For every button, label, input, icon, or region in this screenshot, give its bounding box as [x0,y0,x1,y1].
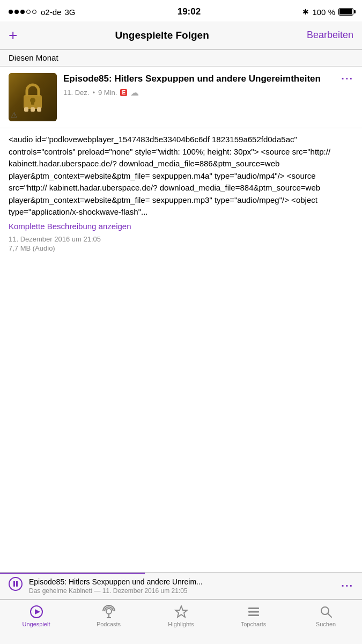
episode-duration: 9 Min. [98,89,117,97]
svg-marker-11 [175,606,187,617]
svg-marker-7 [35,609,40,614]
section-header: Diesen Monat [0,49,362,67]
signal-dot-1 [9,10,13,14]
star-icon [174,605,188,619]
episode-info: Episode85: Hitlers Sexpuppen und andere … [63,73,353,98]
episode-meta: 11. Dez. • 9 Min. E ☁ [63,87,353,98]
episode-file-size: 7,7 MB (Audio) [9,244,353,252]
now-playing-subtitle: Das geheime Kabinett — 11. Dezember 2016… [29,587,335,595]
signal-dot-2 [14,10,19,14]
highlights-icon [174,604,189,619]
status-time: 19:02 [178,6,201,17]
thumb-inner: ⚠ [9,73,57,121]
tab-ungespielt-label: Ungespielt [23,621,50,627]
page-content: Diesen Monat [0,49,362,330]
episode-footer: 11. Dezember 2016 um 21:05 7,7 MB (Audio… [0,231,362,254]
svg-rect-4 [13,581,15,587]
battery-fill [339,9,352,14]
status-right: ✱ 100 % [302,8,353,17]
tab-bar: Ungespielt Podcasts Highlights [0,599,362,644]
tab-podcasts-label: Podcasts [97,621,121,627]
play-circle-icon [29,605,43,619]
episode-top: ⚠ Episode85: Hitlers Sexpuppen und ander… [9,73,353,121]
episode-title: Episode85: Hitlers Sexpuppen und andere … [63,73,337,84]
tab-topcharts-label: Topcharts [241,621,267,627]
carrier-label: o2-de [41,8,61,17]
list-icon: 1 2 3 [247,605,261,619]
tab-podcasts[interactable]: Podcasts [72,604,145,627]
battery-percent: 100 % [312,8,335,17]
episode-date: 11. Dez. [63,89,89,97]
svg-point-3 [9,577,22,590]
section-header-label: Diesen Monat [9,53,58,62]
thumb-dot-2 [31,107,35,112]
thumb-dot-3 [37,107,41,112]
nav-title: Ungespielte Folgen [115,30,209,41]
episode-thumbnail[interactable]: ⚠ [9,73,57,121]
tab-suchen[interactable]: Suchen [290,604,362,627]
thumb-dots [24,107,41,112]
now-playing-bar[interactable]: Episode85: Hitlers Sexpuppen und andere … [0,572,362,599]
tab-highlights-label: Highlights [168,621,194,627]
now-playing-info: Episode85: Hitlers Sexpuppen und andere … [29,577,335,595]
svg-rect-5 [16,581,18,587]
edit-button[interactable]: Bearbeiten [307,30,353,41]
signal-dot-4 [26,10,31,14]
svg-line-19 [328,613,331,617]
network-type-label: 3G [64,8,75,17]
tab-ungespielt[interactable]: Ungespielt [0,604,72,627]
battery-icon [338,8,353,16]
tab-highlights[interactable]: Highlights [145,604,217,627]
warning-icon: ⚠ [11,111,18,119]
episode-title-row: Episode85: Hitlers Sexpuppen und andere … [63,73,353,84]
podcasts-icon [101,604,116,619]
now-playing-more-button[interactable]: ··· [341,580,353,592]
pause-icon [9,577,23,591]
episode-more-button[interactable]: ··· [341,73,353,84]
episode-card: ⚠ Episode85: Hitlers Sexpuppen und ander… [0,67,362,128]
signal-dot-5 [32,10,36,14]
svg-point-8 [106,609,112,614]
cloud-icon: ☁ [130,87,139,98]
podcast-icon [102,605,116,619]
episode-description: <audio id="podlovewebplayer_1547483d5e33… [0,128,362,218]
bluetooth-icon: ✱ [302,8,309,16]
status-left: o2-de 3G [9,8,75,17]
explicit-badge: E [120,89,127,96]
signal-dot-3 [20,10,25,14]
add-button[interactable]: + [9,28,17,43]
suchen-icon [319,604,334,619]
episode-separator: • [92,89,95,97]
nav-bar: + Ungespielte Folgen Bearbeiten [0,21,362,49]
search-icon [319,605,333,619]
tab-suchen-label: Suchen [316,621,336,627]
episode-published: 11. Dezember 2016 um 21:05 [9,235,353,243]
status-bar: o2-de 3G 19:02 ✱ 100 % [0,0,362,21]
svg-rect-2 [31,100,34,105]
ungespielt-icon [29,604,44,619]
playback-progress [0,573,145,574]
now-playing-title: Episode85: Hitlers Sexpuppen und andere … [29,577,335,586]
play-pause-button[interactable] [9,577,23,595]
tab-topcharts[interactable]: 1 2 3 Topcharts [217,604,290,627]
signal-dots [9,10,36,14]
show-more-link[interactable]: Komplette Beschreibung anzeigen [9,222,353,231]
topcharts-icon: 1 2 3 [246,604,261,619]
thumb-dot-1 [24,107,28,112]
